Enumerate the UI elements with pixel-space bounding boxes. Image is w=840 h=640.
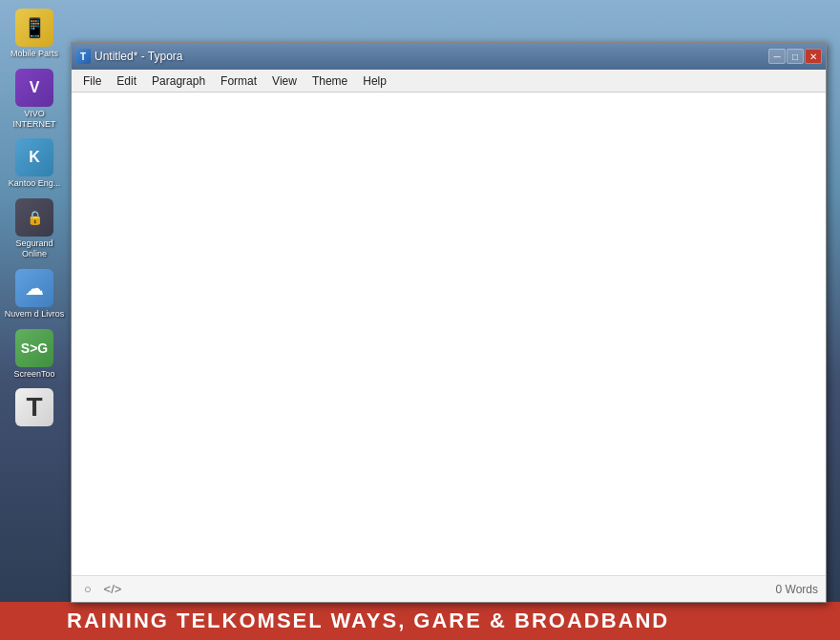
desktop-icons: 📱 Mobile Parts V VIVO INTERNET K Kantoo … [0, 0, 69, 591]
mobile-parts-label: Mobile Parts [10, 49, 58, 59]
mobile-parts-icon-img: 📱 [15, 9, 53, 47]
vivo-icon-img: V [15, 69, 53, 107]
window-controls: ─ □ ✕ [768, 49, 822, 64]
desktop-icon-seguro[interactable]: 🔒 Segurand Online [2, 195, 67, 263]
editor-area[interactable] [72, 93, 826, 575]
menu-paragraph[interactable]: Paragraph [144, 72, 213, 90]
desktop-icon-nuvem[interactable]: ☁ Nuvem d Livros [2, 265, 67, 323]
nuvem-icon-img: ☁ [15, 269, 53, 307]
vivo-label: VIVO INTERNET [4, 109, 65, 130]
seguro-icon-img: 🔒 [15, 198, 53, 237]
bottom-banner: RAINING TELKOMSEL WAYS, GARE & BROADBAND [0, 602, 840, 640]
desktop-icon-mobile-parts[interactable]: 📱 Mobile Parts [2, 5, 67, 63]
source-code-button[interactable]: </> [104, 581, 121, 598]
title-bar: T Untitled* - Typora ─ □ ✕ [72, 43, 826, 70]
desktop-icon-screentoo[interactable]: S>G ScreenToo [2, 325, 67, 383]
window-title: Untitled* - Typora [94, 50, 768, 63]
kantoo-label: Kantoo Eng... [9, 178, 61, 189]
desktop: RAINING TELKOMSEL WAYS, GARE & BROADBAND… [0, 0, 840, 640]
seguro-label: Segurand Online [4, 238, 65, 259]
circle-button[interactable]: ○ [79, 581, 96, 598]
bottom-banner-text: RAINING TELKOMSEL WAYS, GARE & BROADBAND [67, 609, 669, 633]
menu-edit[interactable]: Edit [109, 72, 144, 90]
word-count: 0 Words [776, 583, 818, 596]
menu-theme[interactable]: Theme [304, 72, 355, 90]
kantoo-icon-img: K [15, 138, 53, 176]
maximize-button[interactable]: □ [787, 49, 804, 64]
typora-app-icon: T [75, 49, 91, 64]
menu-bar: File Edit Paragraph Format View Theme He… [72, 70, 826, 93]
desktop-icon-vivo[interactable]: V VIVO INTERNET [2, 65, 67, 134]
screentoo-icon-img: S>G [15, 329, 53, 367]
nuvem-label: Nuvem d Livros [5, 309, 65, 320]
typora-desktop-icon-img: T [15, 388, 53, 426]
close-button[interactable]: ✕ [805, 49, 822, 64]
menu-help[interactable]: Help [355, 72, 394, 90]
minimize-button[interactable]: ─ [768, 49, 786, 64]
desktop-icon-kantoo[interactable]: K Kantoo Eng... [2, 134, 67, 193]
menu-format[interactable]: Format [213, 72, 264, 90]
menu-view[interactable]: View [264, 72, 304, 90]
menu-file[interactable]: File [75, 72, 109, 90]
screentoo-label: ScreenToo [13, 369, 54, 380]
typora-window: T Untitled* - Typora ─ □ ✕ File Edit Par… [71, 42, 827, 603]
status-left: ○ </> [79, 581, 121, 598]
desktop-icon-typora[interactable]: T [2, 384, 67, 432]
status-bar: ○ </> 0 Words [72, 575, 826, 602]
